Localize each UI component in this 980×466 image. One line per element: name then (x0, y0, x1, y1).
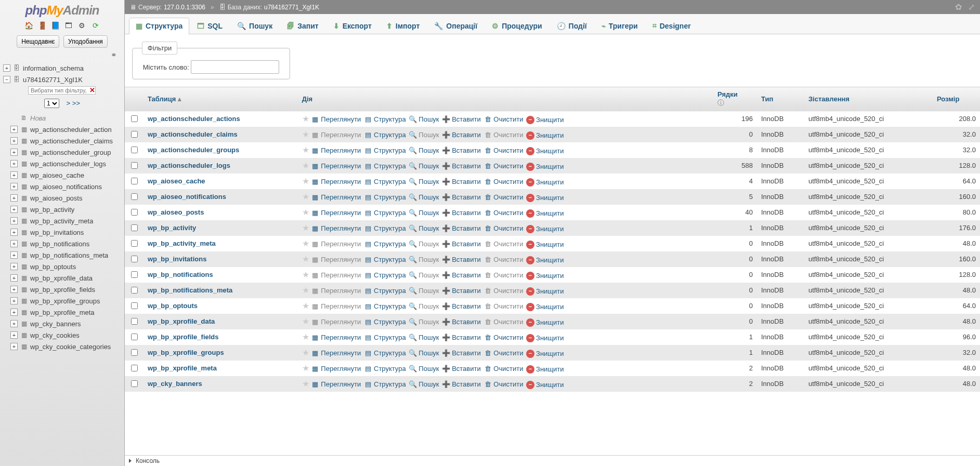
search-link[interactable]: 🔍Пошук (409, 147, 439, 154)
empty-link[interactable]: 🗑Очистити (484, 162, 523, 170)
table-name-link[interactable]: wp_bp_optouts (148, 302, 198, 310)
clear-filter-icon[interactable]: ✕ (89, 86, 95, 94)
tab-designer[interactable]: ⌗Designer (646, 18, 698, 34)
insert-link[interactable]: ➕Вставити (442, 271, 481, 279)
drop-link[interactable]: −Знищити (526, 178, 564, 187)
insert-link[interactable]: ➕Вставити (442, 334, 481, 341)
tab-ops[interactable]: 🔧Операції (427, 18, 484, 34)
table-name-link[interactable]: wp_bp_activity_meta (148, 239, 216, 247)
search-link[interactable]: 🔍Пошук (409, 224, 439, 232)
expand-icon[interactable]: + (10, 320, 18, 327)
search-link[interactable]: 🔍Пошук (409, 302, 439, 310)
browse-link[interactable]: ▦Переглянути (311, 178, 361, 185)
table-name-link[interactable]: wp_bp_xprofile_data (148, 317, 215, 325)
reload-icon[interactable]: ⟳ (91, 21, 100, 30)
insert-link[interactable]: ➕Вставити (442, 380, 481, 388)
expand-icon[interactable]: + (10, 274, 18, 282)
table-name-link[interactable]: wp_cky_banners (148, 380, 202, 388)
settings-icon[interactable]: ⚙ (77, 21, 87, 30)
table-name-link[interactable]: wp_actionscheduler_claims (148, 130, 238, 138)
browse-link[interactable]: ▦Переглянути (311, 131, 361, 139)
browse-link[interactable]: ▦Переглянути (311, 256, 361, 263)
row-checkbox[interactable] (131, 178, 138, 184)
structure-link[interactable]: ▤Структура (364, 349, 406, 357)
empty-link[interactable]: 🗑Очистити (484, 224, 523, 232)
col-table[interactable]: Таблиця (143, 87, 298, 111)
structure-link[interactable]: ▤Структура (364, 380, 406, 388)
tree-table-item[interactable]: +▦wp_aioseo_notifications (0, 181, 124, 192)
drop-link[interactable]: −Знищити (526, 147, 564, 155)
search-link[interactable]: 🔍Пошук (409, 271, 439, 279)
table-name-link[interactable]: wp_bp_xprofile_meta (148, 364, 217, 372)
tree-table-item[interactable]: +▦wp_actionscheduler_action (0, 124, 124, 135)
search-link[interactable]: 🔍Пошук (409, 193, 439, 201)
row-checkbox[interactable] (131, 287, 138, 294)
empty-link[interactable]: 🗑Очистити (484, 334, 523, 341)
structure-link[interactable]: ▤Структура (364, 256, 406, 263)
expand-icon[interactable]: + (10, 251, 18, 259)
row-checkbox[interactable] (131, 224, 138, 231)
tab-triggers[interactable]: ⌁Тригери (595, 18, 645, 34)
insert-link[interactable]: ➕Вставити (442, 131, 481, 139)
structure-link[interactable]: ▤Структура (364, 365, 406, 372)
expand-icon[interactable]: + (10, 229, 18, 236)
expand-icon[interactable]: + (10, 171, 18, 179)
structure-link[interactable]: ▤Структура (364, 334, 406, 341)
browse-link[interactable]: ▦Переглянути (311, 162, 361, 170)
table-name-link[interactable]: wp_aioseo_posts (148, 208, 204, 216)
empty-link[interactable]: 🗑Очистити (484, 271, 523, 279)
col-rows[interactable]: Рядки ⓘ (713, 87, 757, 111)
empty-link[interactable]: 🗑Очистити (484, 147, 523, 154)
tree-table-item[interactable]: +▦wp_actionscheduler_group (0, 147, 124, 158)
row-checkbox[interactable] (131, 256, 138, 262)
favorite-icon[interactable]: ★ (302, 130, 309, 139)
structure-link[interactable]: ▤Структура (364, 318, 406, 326)
tab-export[interactable]: ⬇Експорт (326, 18, 378, 34)
tab-structure[interactable]: ▦Структура (129, 18, 189, 34)
insert-link[interactable]: ➕Вставити (442, 178, 481, 185)
insert-link[interactable]: ➕Вставити (442, 287, 481, 295)
tree-new-table[interactable]: 🗎 Нова (0, 112, 124, 124)
browse-link[interactable]: ▦Переглянути (311, 380, 361, 388)
search-link[interactable]: 🔍Пошук (409, 256, 439, 263)
tab-import[interactable]: ⬆Імпорт (380, 18, 426, 34)
page-settings-icon[interactable]: ✿ (955, 3, 962, 11)
drop-link[interactable]: −Знищити (526, 116, 564, 124)
empty-link[interactable]: 🗑Очистити (484, 193, 523, 201)
search-link[interactable]: 🔍Пошук (409, 115, 439, 123)
favorite-icon[interactable]: ★ (302, 177, 309, 185)
expand-icon[interactable]: + (10, 286, 18, 293)
col-size[interactable]: Розмір (933, 87, 980, 111)
tab-routines[interactable]: ⚙Процедури (485, 18, 548, 34)
empty-link[interactable]: 🗑Очистити (484, 318, 523, 326)
table-name-link[interactable]: wp_bp_notifications (148, 271, 213, 278)
empty-link[interactable]: 🗑Очистити (484, 115, 523, 123)
browse-link[interactable]: ▦Переглянути (311, 209, 361, 217)
drop-link[interactable]: −Знищити (526, 163, 564, 171)
col-type[interactable]: Тип (757, 87, 804, 111)
row-checkbox[interactable] (131, 349, 138, 356)
logo[interactable]: phpMyAdmin (0, 0, 124, 19)
favorite-icon[interactable]: ★ (302, 286, 309, 295)
expand-icon[interactable]: + (10, 206, 18, 213)
structure-link[interactable]: ▤Структура (364, 115, 406, 123)
row-checkbox[interactable] (131, 365, 138, 371)
row-checkbox[interactable] (131, 334, 138, 340)
insert-link[interactable]: ➕Вставити (442, 365, 481, 372)
drop-link[interactable]: −Знищити (526, 334, 564, 342)
drop-link[interactable]: −Знищити (526, 365, 564, 374)
drop-link[interactable]: −Знищити (526, 256, 564, 264)
empty-link[interactable]: 🗑Очистити (484, 256, 523, 263)
empty-link[interactable]: 🗑Очистити (484, 365, 523, 372)
tree-table-item[interactable]: +▦wp_aioseo_posts (0, 192, 124, 204)
insert-link[interactable]: ➕Вставити (442, 240, 481, 248)
browse-link[interactable]: ▦Переглянути (311, 147, 361, 154)
expand-icon[interactable]: + (10, 194, 18, 202)
expand-icon[interactable]: + (10, 137, 18, 144)
favorite-icon[interactable]: ★ (302, 223, 309, 232)
structure-link[interactable]: ▤Структура (364, 240, 406, 248)
favorite-icon[interactable]: ★ (302, 379, 309, 388)
tree-table-item[interactable]: +▦wp_actionscheduler_logs (0, 158, 124, 169)
browse-link[interactable]: ▦Переглянути (311, 240, 361, 248)
search-link[interactable]: 🔍Пошук (409, 380, 439, 388)
